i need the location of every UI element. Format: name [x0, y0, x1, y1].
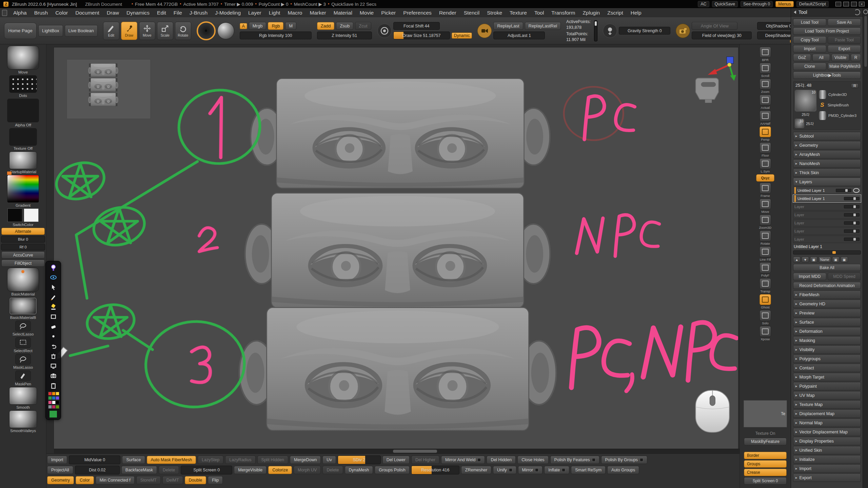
- mode-scale-button[interactable]: Scale: [157, 22, 173, 40]
- basicmaterialb-thumbnail[interactable]: [9, 297, 37, 315]
- pin-icon[interactable]: [48, 263, 58, 272]
- layer-slider[interactable]: [844, 238, 860, 241]
- pen-icon[interactable]: [48, 292, 58, 302]
- mode-draw-button[interactable]: Draw: [121, 22, 137, 40]
- palette-color[interactable]: [48, 396, 52, 400]
- layer-del-button[interactable]: ▣: [841, 257, 848, 263]
- smoothvalleys-thumbnail[interactable]: [9, 410, 37, 428]
- copy-tool-button[interactable]: Copy Tool: [793, 36, 826, 44]
- canvas-horizontal-scrollbar[interactable]: [54, 449, 739, 453]
- shelf-line-fill[interactable]: Line Fill: [760, 246, 771, 261]
- shelf-frame[interactable]: Frame: [760, 183, 771, 198]
- sdiv-2-slider[interactable]: SDiv 2: [338, 455, 381, 464]
- menu-transform[interactable]: Transform: [548, 9, 579, 17]
- layer-row[interactable]: Layer: [793, 227, 861, 235]
- smooth-thumbnail[interactable]: [9, 387, 37, 405]
- del-lower-button[interactable]: Del Lower: [382, 456, 410, 464]
- border-button[interactable]: Border: [744, 452, 787, 459]
- maskbyfeature-button[interactable]: MaskByFeature: [744, 438, 787, 445]
- shelf-actual[interactable]: Actual: [760, 95, 771, 109]
- replaylastrel-button[interactable]: ReplayLastRel: [525, 22, 561, 30]
- toggle-dot[interactable]: [535, 468, 538, 472]
- palette-color[interactable]: [52, 392, 56, 395]
- titlebar-defaultzscript[interactable]: DefaultZScript: [796, 1, 829, 7]
- floor-icon[interactable]: [760, 142, 771, 153]
- section-subtool[interactable]: ▸Subtool: [793, 132, 861, 140]
- mrgb-button[interactable]: Mrgb: [249, 22, 267, 30]
- section-thick-skin[interactable]: ▸Thick Skin: [793, 168, 861, 177]
- layer-slider[interactable]: [844, 197, 860, 200]
- sculpt-strip-1[interactable]: [251, 79, 550, 188]
- menu-zplugin[interactable]: Zplugin: [579, 9, 604, 17]
- zsub-button[interactable]: Zsub: [336, 22, 353, 30]
- section-morph-target[interactable]: ▸Morph Target: [793, 373, 861, 381]
- field-of-view-slider[interactable]: Field of view(deg) 30: [692, 32, 752, 39]
- win-close-icon[interactable]: ×: [859, 2, 865, 6]
- section-unified-skin[interactable]: ▸Unified Skin: [793, 446, 861, 454]
- midvalue-0-slider[interactable]: MidValue 0: [69, 455, 120, 464]
- mode-rotate-button[interactable]: Rotate: [175, 22, 191, 40]
- frame-icon[interactable]: [760, 183, 771, 194]
- l-sym-icon[interactable]: [760, 158, 771, 169]
- menu-tool[interactable]: Tool: [531, 9, 548, 17]
- mode-move-button[interactable]: Move: [139, 22, 155, 40]
- menu-document[interactable]: Document: [72, 9, 103, 17]
- main-color-swatch[interactable]: [7, 208, 22, 222]
- live-boolean-button[interactable]: Live Boolean: [65, 25, 98, 37]
- section-masking[interactable]: ▸Masking: [793, 336, 861, 345]
- menu-picker[interactable]: Picker: [377, 9, 399, 17]
- layer-slider[interactable]: [844, 213, 860, 217]
- import-mdd-button[interactable]: Import MDD: [793, 273, 826, 280]
- shelf-polyf[interactable]: PolyF: [760, 262, 771, 277]
- goz-button[interactable]: GoZ: [793, 54, 811, 61]
- section-deformation[interactable]: ▸Deformation: [793, 327, 861, 336]
- menu-help[interactable]: Help: [627, 9, 645, 17]
- projectall-button[interactable]: ProjectAll: [47, 466, 73, 474]
- panel-cycle-icon[interactable]: [863, 9, 868, 14]
- rgb-intensity-slider[interactable]: Rgb Intensity 100: [240, 32, 312, 39]
- accucurve-button[interactable]: AccuCurve: [1, 251, 45, 259]
- layer-row[interactable]: Layer: [793, 219, 861, 227]
- layer-intensity-slider[interactable]: [793, 250, 861, 255]
- document-canvas[interactable]: [54, 47, 738, 449]
- layer-slider[interactable]: [836, 189, 851, 192]
- dot-icon[interactable]: [48, 332, 58, 341]
- shelf-solo[interactable]: Solo: [760, 310, 771, 325]
- menu-color[interactable]: Color: [52, 9, 72, 17]
- layer-row[interactable]: Untitled Layer 1: [793, 195, 861, 202]
- adjustlast-slider[interactable]: AdjustLast 1: [493, 32, 545, 39]
- uv-button[interactable]: Uv: [322, 456, 336, 464]
- alpha-off-thumbnail[interactable]: [7, 99, 39, 122]
- min-connected-f-button[interactable]: Min Connected f: [96, 476, 135, 484]
- layer-down-button[interactable]: ▼: [802, 257, 809, 263]
- collapse-panel-icon[interactable]: [794, 11, 796, 14]
- section-layers[interactable]: ▾ Layers: [793, 178, 861, 186]
- auto-mask-fibermesh-button[interactable]: Auto Mask FiberMesh: [147, 456, 196, 464]
- bake-all-button[interactable]: Bake All: [793, 264, 861, 271]
- ghost-icon[interactable]: [760, 294, 771, 305]
- layer-row[interactable]: Layer: [793, 236, 861, 243]
- menu-layer[interactable]: Layer: [244, 9, 265, 17]
- shelf-zoom3d[interactable]: Zoom3D: [759, 215, 771, 229]
- persp-icon[interactable]: [760, 126, 771, 137]
- load-tools-from-project-button[interactable]: Load Tools From Project: [793, 27, 861, 35]
- win-layout-2-icon[interactable]: [843, 2, 849, 6]
- menu-brush[interactable]: Brush: [31, 9, 52, 17]
- surface-button[interactable]: Surface: [122, 456, 145, 464]
- zremesher-button[interactable]: ZRemesher: [461, 466, 491, 474]
- line-fill-icon[interactable]: [760, 246, 771, 257]
- alternate-button[interactable]: Alternate: [1, 228, 45, 235]
- color-button[interactable]: Color: [76, 476, 94, 484]
- shelf-qxyz[interactable]: Qxyz: [756, 174, 774, 182]
- gravity-strength-slider[interactable]: Gravity Strength 0: [619, 27, 670, 35]
- menu-light[interactable]: Light: [265, 9, 284, 17]
- del-hidden-button[interactable]: Del Hidden: [487, 456, 516, 464]
- move-icon[interactable]: [760, 199, 771, 209]
- masklasso-icon[interactable]: [15, 354, 31, 365]
- toggle-dot[interactable]: [477, 458, 481, 462]
- snapshot-panel[interactable]: [67, 59, 151, 119]
- palette-color[interactable]: [48, 401, 52, 404]
- double-button[interactable]: Double: [185, 476, 206, 484]
- groups-polish-button[interactable]: Groups Polish: [375, 466, 410, 474]
- recent-tool-cylinder3d[interactable]: Cylinder3D: [818, 90, 859, 99]
